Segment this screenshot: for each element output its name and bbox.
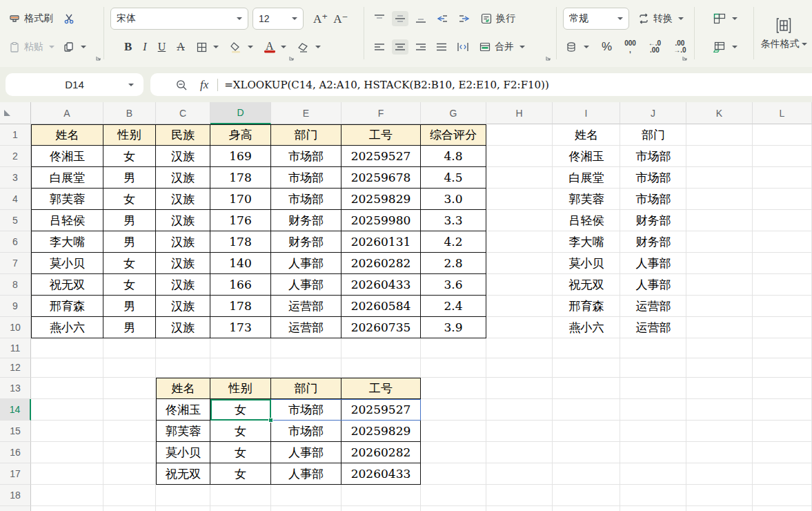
cell-D8[interactable]: 166 [210, 274, 271, 296]
cell-J1[interactable]: 部门 [620, 124, 686, 146]
cell-G9[interactable]: 2.4 [421, 296, 486, 317]
cell-F15[interactable]: 20259829 [341, 421, 421, 442]
shrink-font-button[interactable]: A⁻ [330, 9, 350, 29]
cell-G2[interactable]: 4.8 [421, 146, 486, 167]
borders-dropdown-arrow[interactable] [213, 46, 219, 48]
align-bottom-button[interactable] [413, 11, 429, 26]
name-box-dropdown-arrow[interactable] [128, 84, 134, 86]
cell-D15[interactable]: 女 [210, 421, 271, 442]
cell-A6[interactable]: 李大嘴 [31, 231, 103, 253]
row-header-19[interactable]: 19 [0, 506, 31, 511]
column-header-D[interactable]: D [210, 102, 271, 124]
merge-dropdown-arrow[interactable] [519, 46, 525, 48]
convert-button[interactable]: 转换 [635, 10, 686, 28]
cell-J4[interactable]: 市场部 [620, 189, 686, 210]
delete-cells-button[interactable] [710, 38, 740, 56]
active-cell-border[interactable] [210, 399, 271, 421]
name-box[interactable]: D14 [6, 73, 143, 96]
cell-J9[interactable]: 运营部 [620, 296, 686, 317]
cell-B4[interactable]: 女 [103, 189, 156, 210]
cell-G1[interactable]: 综合评分 [421, 124, 486, 146]
cell-D2[interactable]: 169 [210, 146, 271, 167]
cell-C3[interactable]: 汉族 [156, 167, 210, 189]
cell-D16[interactable]: 女 [210, 442, 271, 463]
percent-button[interactable]: % [599, 37, 615, 57]
cell-E17[interactable]: 人事部 [271, 463, 341, 485]
cell-G3[interactable]: 4.5 [421, 167, 486, 189]
copy-dropdown-arrow[interactable] [81, 46, 86, 48]
cell-A7[interactable]: 莫小贝 [31, 253, 103, 274]
cell-J5[interactable]: 财务部 [620, 210, 686, 231]
italic-button[interactable]: I [140, 38, 149, 56]
cell-G4[interactable]: 3.0 [421, 189, 486, 210]
cell-I10[interactable]: 燕小六 [553, 317, 620, 338]
row-header-16[interactable]: 16 [0, 442, 31, 463]
row-header-1[interactable]: 1 [0, 124, 31, 146]
cell-B5[interactable]: 男 [103, 210, 156, 231]
cell-F1[interactable]: 工号 [341, 124, 421, 146]
cell-D7[interactable]: 140 [210, 253, 271, 274]
currency-format-button[interactable] [563, 39, 592, 55]
row-header-12[interactable]: 12 [0, 358, 31, 378]
cell-I8[interactable]: 祝无双 [553, 274, 620, 296]
cell-B10[interactable]: 男 [103, 317, 156, 338]
currency-dropdown-arrow[interactable] [584, 46, 589, 48]
cell-E13[interactable]: 部门 [271, 378, 341, 399]
cell-E15[interactable]: 市场部 [271, 421, 341, 442]
cell-B1[interactable]: 性别 [103, 124, 156, 146]
cell-I1[interactable]: 姓名 [553, 124, 620, 146]
column-header-F[interactable]: F [341, 102, 421, 124]
row-header-4[interactable]: 4 [0, 189, 31, 210]
number-format-select[interactable]: 常规 [563, 8, 629, 30]
cell-D6[interactable]: 178 [210, 231, 271, 253]
cell-C16[interactable]: 莫小贝 [156, 442, 210, 463]
cell-D4[interactable]: 170 [210, 189, 271, 210]
row-header-11[interactable]: 11 [0, 338, 31, 358]
cell-C9[interactable]: 汉族 [156, 296, 210, 317]
cell-B3[interactable]: 男 [103, 167, 156, 189]
cell-J6[interactable]: 财务部 [620, 231, 686, 253]
row-header-7[interactable]: 7 [0, 253, 31, 274]
cell-I9[interactable]: 邢育森 [553, 296, 620, 317]
cell-F14[interactable]: 20259527 [341, 399, 421, 421]
formula-field[interactable]: fx =XLOOKUP(C14, A2:A10, HSTACK(B2:B10, … [150, 73, 812, 96]
cell-A9[interactable]: 邢育森 [31, 296, 103, 317]
cell-I6[interactable]: 李大嘴 [553, 231, 620, 253]
cell-C4[interactable]: 汉族 [156, 189, 210, 210]
cell-G10[interactable]: 3.9 [421, 317, 486, 338]
row-header-8[interactable]: 8 [0, 274, 31, 296]
borders-button[interactable] [193, 39, 221, 56]
cell-A5[interactable]: 吕轻侯 [31, 210, 103, 231]
number-dialog-launcher[interactable] [682, 55, 689, 62]
cell-F7[interactable]: 20260282 [341, 253, 421, 274]
cell-G7[interactable]: 2.8 [421, 253, 486, 274]
cell-F8[interactable]: 20260433 [341, 274, 421, 296]
cell-C13[interactable]: 姓名 [156, 378, 210, 399]
cell-E5[interactable]: 财务部 [271, 210, 341, 231]
cell-E3[interactable]: 市场部 [271, 167, 341, 189]
cell-E7[interactable]: 人事部 [271, 253, 341, 274]
insert-function-icon[interactable]: fx [200, 78, 208, 92]
zoom-out-icon[interactable] [175, 79, 188, 91]
delete-cells-dropdown-arrow[interactable] [732, 46, 737, 48]
row-header-9[interactable]: 9 [0, 296, 31, 317]
cell-E4[interactable]: 市场部 [271, 189, 341, 210]
increase-indent-button[interactable] [455, 11, 473, 26]
insert-cells-dropdown-arrow[interactable] [732, 17, 737, 20]
row-header-18[interactable]: 18 [0, 485, 31, 506]
cell-B9[interactable]: 男 [103, 296, 156, 317]
cell-F6[interactable]: 20260131 [341, 231, 421, 253]
paste-button[interactable]: 粘贴 [6, 38, 57, 56]
merge-cells-button[interactable]: 合并 [476, 38, 528, 56]
cell-I5[interactable]: 吕轻侯 [553, 210, 620, 231]
cell-F16[interactable]: 20260282 [341, 442, 421, 463]
cell-J2[interactable]: 市场部 [620, 146, 686, 167]
cell-A8[interactable]: 祝无双 [31, 274, 103, 296]
cell-D1[interactable]: 身高 [210, 124, 271, 146]
cell-G6[interactable]: 4.2 [421, 231, 486, 253]
font-color-dropdown-arrow[interactable] [281, 46, 286, 48]
cell-C8[interactable]: 汉族 [156, 274, 210, 296]
copy-button[interactable] [60, 38, 89, 56]
cut-button[interactable] [60, 10, 78, 28]
cell-D9[interactable]: 178 [210, 296, 271, 317]
